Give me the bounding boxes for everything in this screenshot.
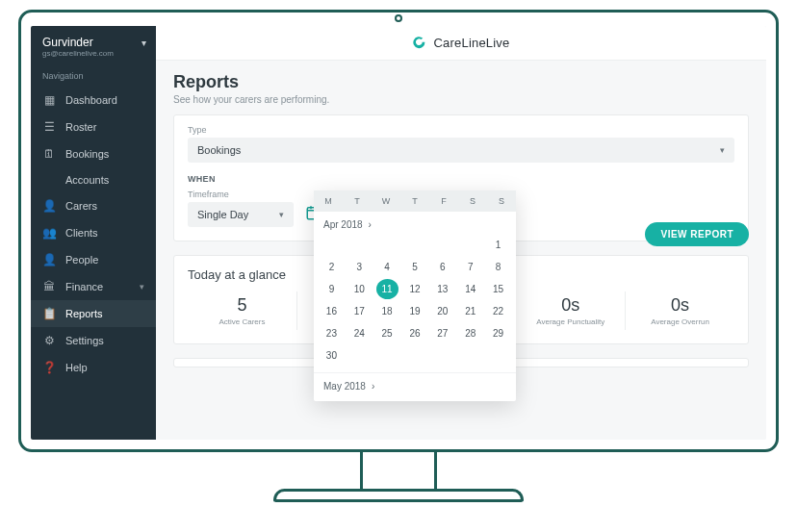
sidebar-item-label: Clients bbox=[65, 227, 98, 239]
reports-icon: 📋 bbox=[42, 307, 56, 320]
sidebar-item-reports[interactable]: 📋Reports bbox=[31, 300, 156, 327]
main: CareLineLive Reports See how your carers… bbox=[156, 26, 766, 440]
chevron-down-icon: ▾ bbox=[140, 282, 144, 291]
timeframe-select[interactable]: Single Day ▾ bbox=[188, 202, 294, 227]
sidebar-item-label: Dashboard bbox=[65, 94, 117, 106]
user-email: gs@carelinelive.com bbox=[42, 49, 144, 58]
type-select[interactable]: Bookings ▾ bbox=[188, 138, 734, 163]
stat-value: 5 bbox=[193, 295, 291, 316]
datepicker-next-month[interactable]: May 2018 › bbox=[314, 372, 516, 401]
datepicker-day[interactable]: 22 bbox=[487, 301, 509, 321]
dashboard-icon: ▦ bbox=[42, 93, 56, 107]
datepicker-day[interactable]: 20 bbox=[431, 301, 453, 321]
datepicker-day[interactable]: 15 bbox=[487, 279, 509, 299]
help-icon: ❓ bbox=[42, 361, 56, 374]
sidebar-item-bookings[interactable]: 🗓Bookings bbox=[31, 140, 156, 167]
stat: 5Active Carers bbox=[188, 291, 297, 330]
datepicker-day[interactable]: 14 bbox=[459, 279, 481, 299]
settings-icon: ⚙ bbox=[42, 334, 56, 347]
type-label: Type bbox=[188, 125, 734, 135]
datepicker-day[interactable]: 5 bbox=[404, 257, 426, 277]
sidebar-item-dashboard[interactable]: ▦Dashboard bbox=[31, 87, 156, 114]
datepicker-day[interactable]: 2 bbox=[321, 257, 343, 277]
chevron-right-icon: › bbox=[369, 219, 372, 230]
sidebar-item-clients[interactable]: 👥Clients bbox=[31, 219, 156, 246]
user-menu[interactable]: Gurvinder gs@carelinelive.com ▾ bbox=[31, 26, 156, 65]
datepicker-dow: S bbox=[458, 190, 487, 212]
sidebar-item-settings[interactable]: ⚙Settings bbox=[31, 327, 156, 354]
datepicker-month[interactable]: Apr 2018 › bbox=[314, 212, 516, 234]
brand-logo-icon bbox=[412, 36, 427, 51]
datepicker-dow: T bbox=[343, 190, 372, 212]
datepicker-day[interactable]: 10 bbox=[348, 279, 371, 299]
topbar: CareLineLive bbox=[156, 26, 766, 61]
datepicker-day[interactable]: 30 bbox=[321, 345, 343, 366]
sidebar-item-help[interactable]: ❓Help bbox=[31, 354, 156, 381]
user-name: Gurvinder bbox=[42, 36, 144, 49]
view-report-button[interactable]: VIEW REPORT bbox=[645, 222, 749, 246]
datepicker-dow: S bbox=[487, 190, 516, 212]
sidebar-item-label: Roster bbox=[65, 121, 96, 133]
datepicker-day[interactable]: 8 bbox=[487, 257, 509, 277]
datepicker-day[interactable]: 12 bbox=[404, 279, 426, 299]
sidebar-item-label: Bookings bbox=[65, 148, 109, 160]
datepicker-day[interactable]: 6 bbox=[431, 257, 453, 277]
sidebar-item-label: Accounts bbox=[65, 174, 109, 186]
stat-label: Average Punctuality bbox=[522, 317, 619, 326]
when-label: WHEN bbox=[188, 174, 734, 184]
datepicker-day[interactable]: 28 bbox=[459, 323, 481, 343]
datepicker-day[interactable]: 7 bbox=[459, 257, 481, 277]
nav-heading: Navigation bbox=[31, 65, 156, 87]
clients-icon: 👥 bbox=[42, 226, 56, 240]
datepicker-day[interactable]: 18 bbox=[376, 301, 398, 321]
sidebar-item-roster[interactable]: ☰Roster bbox=[31, 114, 156, 140]
datepicker-day[interactable]: 24 bbox=[348, 323, 371, 343]
sidebar-item-people[interactable]: 👤People bbox=[31, 246, 156, 273]
sidebar-item-finance[interactable]: 🏛Finance▾ bbox=[31, 273, 156, 300]
sidebar-item-carers[interactable]: 👤Carers bbox=[31, 192, 156, 219]
datepicker-day[interactable]: 9 bbox=[321, 279, 343, 299]
datepicker-day[interactable]: 4 bbox=[376, 257, 398, 277]
camera-dot bbox=[395, 14, 402, 22]
datepicker-day[interactable]: 1 bbox=[487, 235, 509, 255]
datepicker-day[interactable]: 11 bbox=[376, 279, 398, 299]
datepicker-day[interactable]: 21 bbox=[459, 301, 481, 321]
datepicker-dow: W bbox=[372, 190, 400, 212]
datepicker-day[interactable]: 19 bbox=[404, 301, 426, 321]
people-icon: 👤 bbox=[42, 253, 56, 266]
type-value: Bookings bbox=[197, 144, 241, 156]
datepicker-day[interactable]: 25 bbox=[376, 323, 398, 343]
stat-label: Average Overrun bbox=[631, 317, 729, 326]
stat-label: Active Carers bbox=[193, 317, 291, 326]
datepicker-dow: T bbox=[400, 190, 429, 212]
datepicker-next-month-label: May 2018 bbox=[323, 381, 366, 392]
roster-icon: ☰ bbox=[42, 120, 56, 134]
datepicker-dow: F bbox=[429, 190, 458, 212]
datepicker-day[interactable]: 29 bbox=[487, 323, 509, 343]
datepicker-day[interactable]: 13 bbox=[431, 279, 453, 299]
chevron-down-icon: ▾ bbox=[720, 145, 725, 155]
datepicker-day[interactable]: 26 bbox=[404, 323, 426, 343]
sidebar-item-label: Finance bbox=[65, 281, 103, 292]
stat: 0sAverage Overrun bbox=[626, 291, 734, 330]
carers-icon: 👤 bbox=[42, 199, 56, 213]
datepicker-dow: M bbox=[314, 190, 343, 212]
chevron-right-icon: › bbox=[372, 381, 374, 392]
datepicker-day[interactable]: 16 bbox=[321, 301, 343, 321]
sidebar-item-label: People bbox=[65, 254, 98, 266]
datepicker-month-label: Apr 2018 bbox=[323, 219, 363, 230]
datepicker-day[interactable]: 23 bbox=[321, 323, 343, 343]
page-subtitle: See how your carers are performing. bbox=[173, 94, 749, 105]
sidebar-item-label: Reports bbox=[65, 308, 103, 319]
sidebar-item-label: Help bbox=[65, 362, 88, 373]
sidebar-item-label: Settings bbox=[65, 335, 104, 346]
sidebar-item-accounts[interactable]: Accounts bbox=[31, 167, 156, 192]
page-title: Reports bbox=[173, 72, 749, 92]
sidebar: Gurvinder gs@carelinelive.com ▾ Navigati… bbox=[31, 26, 156, 440]
datepicker-day[interactable]: 27 bbox=[431, 323, 453, 343]
datepicker-day[interactable]: 17 bbox=[348, 301, 371, 321]
datepicker: MTWTFSS Apr 2018 › 123456789101112131415… bbox=[314, 190, 516, 401]
datepicker-day[interactable]: 3 bbox=[348, 257, 371, 277]
chevron-down-icon: ▾ bbox=[279, 210, 284, 219]
finance-icon: 🏛 bbox=[42, 280, 56, 293]
